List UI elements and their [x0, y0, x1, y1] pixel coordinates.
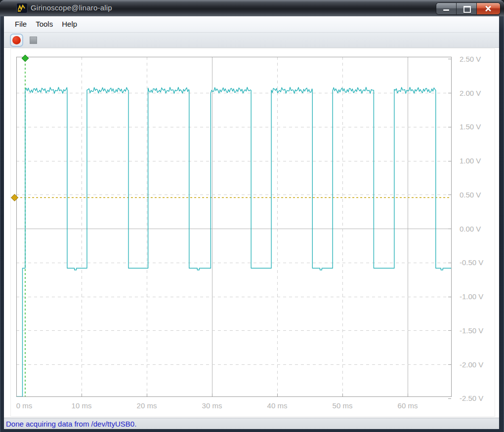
- app-window: Girinoscope@linaro-alip File Tools Help: [0, 0, 504, 432]
- x-axis-label: 60 ms: [398, 401, 418, 410]
- y-axis-label: 2.00 V: [460, 89, 481, 97]
- stop-button[interactable]: [27, 34, 40, 47]
- y-axis-label: -0.50 V: [460, 258, 483, 267]
- y-axis-label: 1.50 V: [460, 122, 481, 131]
- plot-border: [17, 57, 452, 397]
- y-axis-label: -1.50 V: [460, 326, 483, 335]
- oscilloscope-plot: 0 ms10 ms20 ms30 ms40 ms50 ms60 ms2.50 V…: [4, 48, 499, 418]
- stop-square-icon: [30, 37, 37, 44]
- maximize-button[interactable]: [457, 3, 477, 14]
- x-axis-label: 40 ms: [267, 401, 288, 410]
- x-axis-label: 20 ms: [137, 401, 157, 410]
- gridlines: [16, 57, 451, 396]
- status-bar: Done acquiring data from /dev/ttyUSB0.: [4, 418, 499, 429]
- y-axis-label: -2.50 V: [460, 394, 483, 402]
- status-text: Done acquiring data from /dev/ttyUSB0.: [6, 420, 136, 428]
- title-bar[interactable]: Girinoscope@linaro-alip: [0, 0, 504, 16]
- y-axis-label: 0.50 V: [460, 191, 481, 199]
- record-circle-icon: [12, 36, 21, 44]
- y-axis-label: 2.50 V: [460, 55, 481, 63]
- record-button[interactable]: [10, 34, 23, 47]
- scope-canvas[interactable]: 0 ms10 ms20 ms30 ms40 ms50 ms60 ms2.50 V…: [4, 48, 499, 418]
- menu-item-tools[interactable]: Tools: [31, 16, 57, 32]
- x-axis-label: 0 ms: [16, 401, 33, 410]
- axis-labels: 0 ms10 ms20 ms30 ms40 ms50 ms60 ms2.50 V…: [16, 55, 484, 410]
- trigger-level-marker[interactable]: [11, 194, 18, 201]
- window-title: Girinoscope@linaro-alip: [31, 0, 112, 16]
- trigger-time-marker[interactable]: [22, 55, 29, 62]
- maximize-icon: [463, 6, 471, 13]
- window-content: File Tools Help 0 ms10 ms20 ms30 ms40 ms…: [4, 16, 499, 429]
- y-axis-label: 1.00 V: [460, 157, 481, 165]
- menu-bar: File Tools Help: [4, 16, 499, 33]
- tool-bar: [4, 33, 499, 48]
- window-controls: [436, 3, 500, 14]
- y-axis-label: -2.00 V: [460, 360, 483, 369]
- close-button[interactable]: [477, 3, 500, 14]
- y-axis-label: 0.00 V: [460, 225, 481, 233]
- minimize-icon: [443, 9, 449, 11]
- minimize-button[interactable]: [436, 3, 457, 14]
- app-icon: [17, 3, 27, 13]
- x-axis-label: 30 ms: [202, 401, 222, 410]
- x-axis-label: 50 ms: [333, 401, 353, 410]
- y-axis-label: -1.00 V: [460, 292, 483, 301]
- plot-panel-border: [11, 49, 495, 417]
- menu-item-help[interactable]: Help: [57, 16, 82, 32]
- menu-item-file[interactable]: File: [10, 16, 31, 32]
- x-axis-label: 10 ms: [72, 401, 92, 410]
